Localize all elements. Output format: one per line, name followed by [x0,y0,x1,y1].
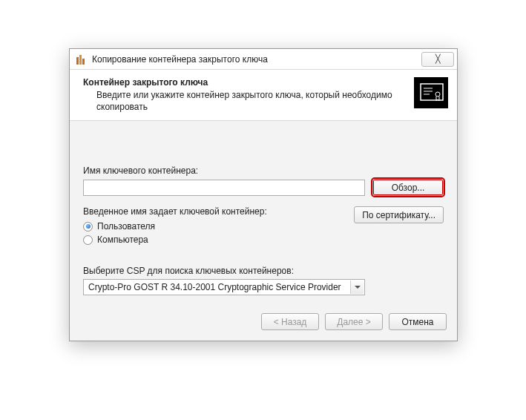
by-certificate-button[interactable]: По сертификату... [354,206,444,223]
footer-buttons: < Назад Далее > Отмена [70,306,457,341]
radio-icon [83,222,93,232]
svg-rect-2 [82,59,85,65]
scope-radio-computer[interactable]: Компьютера [83,233,349,246]
back-button[interactable]: < Назад [261,313,319,330]
chevron-down-icon [350,280,364,294]
header-subtitle: Введите или укажите контейнер закрытого … [83,89,407,113]
header-text: Контейнер закрытого ключа Введите или ук… [83,77,414,113]
scope-label: Введенное имя задает ключевой контейнер: [83,206,349,217]
scope-radio-user[interactable]: Пользователя [83,220,349,233]
header-title: Контейнер закрытого ключа [83,77,407,88]
header-band: Контейнер закрытого ключа Введите или ук… [70,70,457,121]
next-button[interactable]: Далее > [325,313,383,330]
scope-radio-group: Пользователя Компьютера [83,220,349,246]
dialog-window: Копирование контейнера закрытого ключа ╳… [69,48,458,341]
radio-label-computer: Компьютера [97,234,148,245]
radio-icon [83,235,93,245]
cancel-button[interactable]: Отмена [389,313,447,330]
csp-select[interactable]: Crypto-Pro GOST R 34.10-2001 Cryptograph… [83,279,365,295]
csp-label: Выберите CSP для поиска ключевых контейн… [83,266,444,276]
container-name-label: Имя ключевого контейнера: [83,165,444,176]
body-area: Имя ключевого контейнера: Обзор... Введе… [70,121,457,306]
app-icon [76,53,88,65]
window-close-button[interactable]: ╳ [421,52,454,67]
title-bar: Копирование контейнера закрытого ключа ╳ [70,49,457,70]
svg-rect-1 [79,55,82,65]
certificate-icon [414,77,448,108]
svg-point-7 [435,92,440,96]
radio-label-user: Пользователя [97,221,155,232]
browse-button[interactable]: Обзор... [372,179,444,196]
window-title: Копирование контейнера закрытого ключа [92,54,421,65]
svg-rect-0 [76,57,79,65]
container-name-input[interactable] [83,180,365,196]
csp-selected-value: Crypto-Pro GOST R 34.10-2001 Cryptograph… [88,282,341,292]
